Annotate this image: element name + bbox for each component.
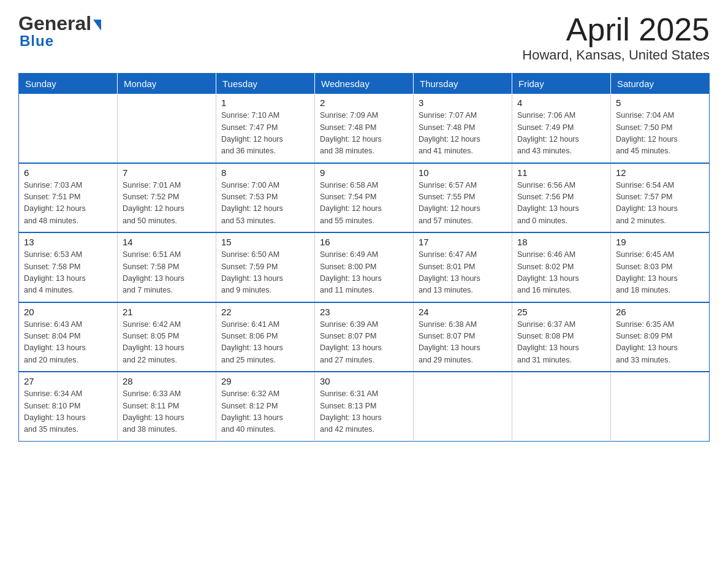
day-detail: Sunrise: 7:06 AMSunset: 7:49 PMDaylight:… xyxy=(517,110,605,158)
day-number: 2 xyxy=(320,98,408,108)
day-number: 29 xyxy=(221,376,309,386)
logo: General Blue xyxy=(18,12,101,50)
calendar-cell xyxy=(512,372,611,441)
calendar-cell: 30Sunrise: 6:31 AMSunset: 8:13 PMDayligh… xyxy=(315,372,414,441)
calendar-cell: 18Sunrise: 6:46 AMSunset: 8:02 PMDayligh… xyxy=(512,232,611,302)
calendar-cell: 4Sunrise: 7:06 AMSunset: 7:49 PMDaylight… xyxy=(512,94,611,163)
day-number: 8 xyxy=(221,167,309,178)
day-detail: Sunrise: 6:35 AMSunset: 8:09 PMDaylight:… xyxy=(616,319,704,367)
calendar-cell: 12Sunrise: 6:54 AMSunset: 7:57 PMDayligh… xyxy=(611,163,710,233)
calendar-cell: 24Sunrise: 6:38 AMSunset: 8:07 PMDayligh… xyxy=(414,302,512,372)
calendar-week-3: 13Sunrise: 6:53 AMSunset: 7:58 PMDayligh… xyxy=(19,232,710,302)
day-number: 23 xyxy=(320,307,408,317)
day-number: 24 xyxy=(419,307,507,317)
logo-blue-text: Blue xyxy=(20,33,54,49)
day-number: 26 xyxy=(616,307,704,317)
calendar-cell: 14Sunrise: 6:51 AMSunset: 7:58 PMDayligh… xyxy=(118,232,216,302)
day-number: 10 xyxy=(419,167,507,178)
day-detail: Sunrise: 7:10 AMSunset: 7:47 PMDaylight:… xyxy=(221,110,309,158)
day-detail: Sunrise: 6:58 AMSunset: 7:54 PMDaylight:… xyxy=(320,180,408,228)
day-detail: Sunrise: 6:43 AMSunset: 8:04 PMDaylight:… xyxy=(24,319,112,367)
calendar-cell: 3Sunrise: 7:07 AMSunset: 7:48 PMDaylight… xyxy=(414,94,512,163)
day-detail: Sunrise: 6:34 AMSunset: 8:10 PMDaylight:… xyxy=(24,388,112,436)
calendar-cell: 22Sunrise: 6:41 AMSunset: 8:06 PMDayligh… xyxy=(216,302,315,372)
day-number: 28 xyxy=(123,376,211,386)
day-detail: Sunrise: 7:09 AMSunset: 7:48 PMDaylight:… xyxy=(320,110,408,158)
calendar-cell: 25Sunrise: 6:37 AMSunset: 8:08 PMDayligh… xyxy=(512,302,611,372)
calendar-cell: 15Sunrise: 6:50 AMSunset: 7:59 PMDayligh… xyxy=(216,232,315,302)
col-header-friday: Friday xyxy=(512,74,611,94)
col-header-monday: Monday xyxy=(118,74,216,94)
calendar-week-5: 27Sunrise: 6:34 AMSunset: 8:10 PMDayligh… xyxy=(19,372,710,441)
day-detail: Sunrise: 7:01 AMSunset: 7:52 PMDaylight:… xyxy=(123,180,211,228)
day-detail: Sunrise: 7:00 AMSunset: 7:53 PMDaylight:… xyxy=(221,180,309,228)
logo-arrow-icon xyxy=(93,20,101,31)
calendar-cell: 29Sunrise: 6:32 AMSunset: 8:12 PMDayligh… xyxy=(216,372,315,441)
col-header-wednesday: Wednesday xyxy=(315,74,414,94)
day-number: 6 xyxy=(24,167,112,178)
day-detail: Sunrise: 6:53 AMSunset: 7:58 PMDaylight:… xyxy=(24,249,112,297)
calendar-week-1: 1Sunrise: 7:10 AMSunset: 7:47 PMDaylight… xyxy=(19,94,710,163)
day-number: 4 xyxy=(517,98,605,108)
day-number: 21 xyxy=(123,307,211,317)
calendar-cell: 10Sunrise: 6:57 AMSunset: 7:55 PMDayligh… xyxy=(414,163,512,233)
calendar-header-row: SundayMondayTuesdayWednesdayThursdayFrid… xyxy=(19,74,710,94)
calendar-cell: 7Sunrise: 7:01 AMSunset: 7:52 PMDaylight… xyxy=(118,163,216,233)
day-number: 12 xyxy=(616,167,704,178)
day-number: 16 xyxy=(320,237,408,247)
day-detail: Sunrise: 6:31 AMSunset: 8:13 PMDaylight:… xyxy=(320,388,408,436)
page-header: General Blue April 2025 Howard, Kansas, … xyxy=(18,12,710,63)
calendar-cell: 8Sunrise: 7:00 AMSunset: 7:53 PMDaylight… xyxy=(216,163,315,233)
day-detail: Sunrise: 6:37 AMSunset: 8:08 PMDaylight:… xyxy=(517,319,605,367)
calendar-cell: 11Sunrise: 6:56 AMSunset: 7:56 PMDayligh… xyxy=(512,163,611,233)
day-detail: Sunrise: 6:32 AMSunset: 8:12 PMDaylight:… xyxy=(221,388,309,436)
day-number: 3 xyxy=(419,98,507,108)
calendar-table: SundayMondayTuesdayWednesdayThursdayFrid… xyxy=(18,73,710,442)
calendar-cell: 21Sunrise: 6:42 AMSunset: 8:05 PMDayligh… xyxy=(118,302,216,372)
main-title: April 2025 xyxy=(522,12,710,47)
day-number: 11 xyxy=(517,167,605,178)
day-detail: Sunrise: 7:03 AMSunset: 7:51 PMDaylight:… xyxy=(24,180,112,228)
calendar-cell xyxy=(19,94,118,163)
calendar-cell: 19Sunrise: 6:45 AMSunset: 8:03 PMDayligh… xyxy=(611,232,710,302)
calendar-cell: 1Sunrise: 7:10 AMSunset: 7:47 PMDaylight… xyxy=(216,94,315,163)
day-detail: Sunrise: 6:54 AMSunset: 7:57 PMDaylight:… xyxy=(616,180,704,228)
day-detail: Sunrise: 6:56 AMSunset: 7:56 PMDaylight:… xyxy=(517,180,605,228)
calendar-cell: 5Sunrise: 7:04 AMSunset: 7:50 PMDaylight… xyxy=(611,94,710,163)
day-number: 20 xyxy=(24,307,112,317)
day-detail: Sunrise: 6:45 AMSunset: 8:03 PMDaylight:… xyxy=(616,249,704,297)
day-detail: Sunrise: 6:57 AMSunset: 7:55 PMDaylight:… xyxy=(419,180,507,228)
day-detail: Sunrise: 6:39 AMSunset: 8:07 PMDaylight:… xyxy=(320,319,408,367)
col-header-tuesday: Tuesday xyxy=(216,74,315,94)
day-number: 7 xyxy=(123,167,211,178)
day-detail: Sunrise: 6:50 AMSunset: 7:59 PMDaylight:… xyxy=(221,249,309,297)
day-number: 17 xyxy=(419,237,507,247)
day-number: 27 xyxy=(24,376,112,386)
calendar-cell: 13Sunrise: 6:53 AMSunset: 7:58 PMDayligh… xyxy=(19,232,118,302)
calendar-cell: 17Sunrise: 6:47 AMSunset: 8:01 PMDayligh… xyxy=(414,232,512,302)
calendar-cell: 9Sunrise: 6:58 AMSunset: 7:54 PMDaylight… xyxy=(315,163,414,233)
day-number: 19 xyxy=(616,237,704,247)
day-detail: Sunrise: 6:33 AMSunset: 8:11 PMDaylight:… xyxy=(123,388,211,436)
day-detail: Sunrise: 6:38 AMSunset: 8:07 PMDaylight:… xyxy=(419,319,507,367)
calendar-week-2: 6Sunrise: 7:03 AMSunset: 7:51 PMDaylight… xyxy=(19,163,710,233)
subtitle: Howard, Kansas, United States xyxy=(522,47,710,63)
day-detail: Sunrise: 6:49 AMSunset: 8:00 PMDaylight:… xyxy=(320,249,408,297)
col-header-sunday: Sunday xyxy=(19,74,118,94)
day-number: 15 xyxy=(221,237,309,247)
calendar-cell xyxy=(611,372,710,441)
calendar-cell: 2Sunrise: 7:09 AMSunset: 7:48 PMDaylight… xyxy=(315,94,414,163)
day-number: 22 xyxy=(221,307,309,317)
calendar-cell: 6Sunrise: 7:03 AMSunset: 7:51 PMDaylight… xyxy=(19,163,118,233)
day-detail: Sunrise: 6:46 AMSunset: 8:02 PMDaylight:… xyxy=(517,249,605,297)
day-number: 30 xyxy=(320,376,408,386)
calendar-cell: 23Sunrise: 6:39 AMSunset: 8:07 PMDayligh… xyxy=(315,302,414,372)
day-number: 1 xyxy=(221,98,309,108)
day-number: 14 xyxy=(123,237,211,247)
day-detail: Sunrise: 6:47 AMSunset: 8:01 PMDaylight:… xyxy=(419,249,507,297)
col-header-thursday: Thursday xyxy=(414,74,512,94)
calendar-cell: 28Sunrise: 6:33 AMSunset: 8:11 PMDayligh… xyxy=(118,372,216,441)
calendar-cell: 27Sunrise: 6:34 AMSunset: 8:10 PMDayligh… xyxy=(19,372,118,441)
day-detail: Sunrise: 7:04 AMSunset: 7:50 PMDaylight:… xyxy=(616,110,704,158)
day-detail: Sunrise: 6:51 AMSunset: 7:58 PMDaylight:… xyxy=(123,249,211,297)
